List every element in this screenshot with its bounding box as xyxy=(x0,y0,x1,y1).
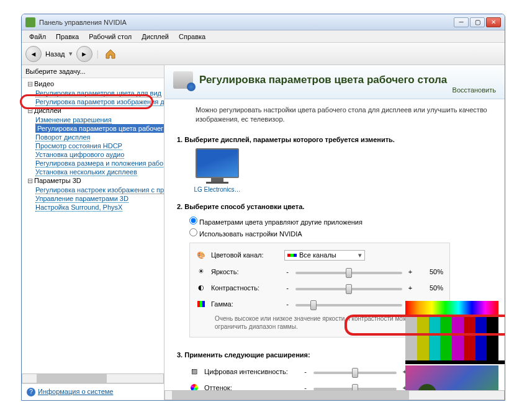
minimize-button[interactable]: ─ xyxy=(454,17,469,27)
dig-intensity-label: Цифровая интенсивность: xyxy=(204,368,297,375)
toolbar: ◄ Назад ▾ ► │ xyxy=(22,43,505,65)
display-selector[interactable]: LG Electronics… xyxy=(189,148,245,193)
tree-item[interactable]: Установка нескольких дисплеев xyxy=(22,168,164,176)
menu-file[interactable]: Файл xyxy=(24,32,51,42)
menu-help[interactable]: Справка xyxy=(174,32,210,42)
menu-edit[interactable]: Правка xyxy=(51,32,84,42)
restore-link[interactable]: Восстановить xyxy=(173,86,496,94)
contrast-value: 50% xyxy=(418,284,443,292)
channel-label: Цветовой канал: xyxy=(211,251,279,259)
contrast-label: Контрастность: xyxy=(211,284,279,292)
brightness-value: 50% xyxy=(418,268,443,275)
radio-other-apps[interactable]: Параметрами цвета управляют другие прило… xyxy=(189,215,492,227)
task-tree: ⊟Видео Регулировка параметров цвета для … xyxy=(22,78,164,373)
section-2-title: 2. Выберите способ установки цвета. xyxy=(177,203,492,210)
app-window: Панель управления NVIDIA ─ ▢ ✕ Файл Прав… xyxy=(21,14,505,401)
menu-desktop[interactable]: Рабочий стол xyxy=(84,32,137,42)
brightness-label: Яркость: xyxy=(211,268,279,275)
home-button[interactable] xyxy=(104,47,117,61)
brightness-slider[interactable] xyxy=(295,272,402,274)
main-scrollbar[interactable] xyxy=(164,390,505,400)
tree-item[interactable]: Настройка Surround, PhysX xyxy=(22,203,164,212)
tree-item[interactable]: Установка цифрового аудио xyxy=(22,150,164,159)
radio-nvidia[interactable]: Использовать настройки NVIDIA xyxy=(189,227,492,239)
menu-display[interactable]: Дисплей xyxy=(137,32,174,42)
header-icon xyxy=(173,71,193,89)
sidebar-scrollbar[interactable] xyxy=(22,373,164,383)
color-bars-preview xyxy=(405,317,498,360)
tree-display[interactable]: ⊟Дисплей xyxy=(22,106,164,115)
tree-item[interactable]: Регулировка параметров цвета для вид xyxy=(22,89,164,97)
chevron-down-icon: ▾ xyxy=(358,251,362,259)
main-panel: Регулировка параметров цвета рабочего ст… xyxy=(164,65,505,400)
tree-item[interactable]: Регулировка размера и положения рабо xyxy=(22,159,164,168)
dig-intensity-icon: ▨ xyxy=(189,367,199,377)
window-title: Панель управления NVIDIA xyxy=(39,19,454,26)
gamma-icon xyxy=(196,299,206,309)
gamma-label: Гамма: xyxy=(211,300,279,308)
tree-item[interactable]: Управление параметрами 3D xyxy=(22,194,164,203)
sidebar-header: Выберите задачу... xyxy=(22,65,164,78)
tree-video[interactable]: ⊟Видео xyxy=(22,79,164,89)
watermark: user-life.com xyxy=(477,409,523,419)
tree-item[interactable]: Просмотр состояния HDCP xyxy=(22,141,164,150)
dig-intensity-slider[interactable] xyxy=(313,372,397,374)
monitor-icon xyxy=(196,148,239,178)
back-button[interactable]: ◄ xyxy=(25,46,42,62)
tree-item[interactable]: Поворот дисплея xyxy=(22,133,164,141)
channel-dropdown[interactable]: Все каналы ▾ xyxy=(284,250,365,261)
brightness-icon: ☀ xyxy=(196,267,206,277)
info-icon: ? xyxy=(27,388,35,396)
sysinfo-link[interactable]: ?Информация о системе xyxy=(22,383,164,400)
description: Можно регулировать настройки цвета рабоч… xyxy=(164,99,505,131)
tree-3d[interactable]: ⊟Параметры 3D xyxy=(22,176,164,185)
channel-icon xyxy=(287,254,297,257)
tree-item[interactable]: Регулировка настроек изображения с пр xyxy=(22,185,164,194)
page-title: Регулировка параметров цвета рабочего ст… xyxy=(199,74,447,86)
maximize-button[interactable]: ▢ xyxy=(470,17,485,27)
close-button[interactable]: ✕ xyxy=(486,17,501,27)
main-header: Регулировка параметров цвета рабочего ст… xyxy=(164,65,505,99)
gradient-preview xyxy=(405,301,498,316)
app-icon xyxy=(25,17,35,27)
tree-item[interactable]: Регулировка параметров изображения д xyxy=(22,97,164,106)
tree-item-selected[interactable]: Регулировка параметров цвета рабочег xyxy=(22,124,164,133)
contrast-icon: ◐ xyxy=(196,283,206,293)
forward-button[interactable]: ► xyxy=(76,46,92,62)
contrast-slider[interactable] xyxy=(295,288,402,290)
back-dropdown[interactable]: ▾ xyxy=(69,50,73,58)
section-1-title: 1. Выберите дисплей, параметры которого … xyxy=(177,136,492,143)
gamma-slider[interactable] xyxy=(295,304,402,306)
preview-area: Эталонное изображение 1 2 xyxy=(405,301,505,400)
monitor-label: LG Electronics… xyxy=(194,186,240,193)
palette-icon: 🎨 xyxy=(196,250,206,260)
sidebar: Выберите задачу... ⊟Видео Регулировка па… xyxy=(22,65,164,400)
titlebar: Панель управления NVIDIA ─ ▢ ✕ xyxy=(22,14,505,30)
tree-item[interactable]: Изменение разрешения xyxy=(22,115,164,124)
back-label: Назад xyxy=(45,50,65,58)
menubar: Файл Правка Рабочий стол Дисплей Справка xyxy=(22,30,505,43)
